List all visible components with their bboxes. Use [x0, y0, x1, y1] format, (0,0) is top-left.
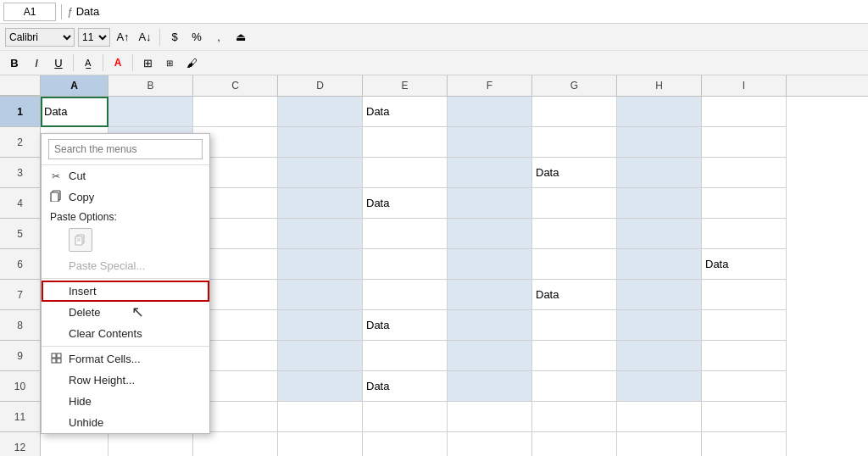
underline-btn[interactable]: U — [49, 53, 68, 72]
cell-h1[interactable] — [617, 97, 702, 127]
cell-d12[interactable] — [278, 432, 363, 456]
context-menu-search-input[interactable] — [48, 139, 203, 159]
col-header-e[interactable]: E — [363, 75, 448, 96]
cell-i11[interactable] — [702, 402, 787, 432]
bold-btn[interactable]: B — [5, 53, 24, 72]
row-header-11[interactable]: 11 — [0, 402, 41, 432]
cell-g5[interactable] — [532, 219, 617, 249]
cell-g4[interactable] — [532, 188, 617, 219]
cell-f3[interactable] — [448, 158, 532, 188]
context-menu-unhide[interactable]: Unhide — [42, 412, 209, 433]
col-header-g[interactable]: G — [532, 75, 617, 96]
cell-i2[interactable] — [702, 127, 787, 158]
cell-b12[interactable] — [108, 432, 193, 456]
comma-btn[interactable]: , — [209, 28, 228, 47]
context-menu-insert[interactable]: Insert — [42, 281, 209, 302]
cell-h10[interactable] — [617, 371, 702, 402]
percent-btn[interactable]: % — [187, 28, 206, 47]
paste-icon-btn-1[interactable] — [69, 228, 92, 252]
cell-g11[interactable] — [532, 402, 617, 432]
font-select[interactable]: Calibri — [5, 28, 75, 47]
context-menu-clear-contents[interactable]: Clear Contents — [42, 323, 209, 344]
cell-d4[interactable] — [278, 188, 363, 219]
context-menu-paste-special[interactable]: Paste Special... — [42, 255, 209, 276]
increase-font-btn[interactable]: A↑ — [114, 28, 132, 47]
cell-f9[interactable] — [448, 341, 532, 371]
cell-c1[interactable] — [193, 97, 278, 127]
row-header-6[interactable]: 6 — [0, 249, 41, 280]
cell-g10[interactable] — [532, 371, 617, 402]
cell-e1[interactable]: Data — [363, 97, 448, 127]
cell-e9[interactable] — [363, 341, 448, 371]
cell-g2[interactable] — [532, 127, 617, 158]
context-menu-delete[interactable]: Delete — [42, 302, 209, 323]
decrease-font-btn[interactable]: A↓ — [136, 28, 154, 47]
col-header-b[interactable]: B — [108, 75, 193, 96]
cell-e3[interactable] — [363, 158, 448, 188]
col-header-i[interactable]: I — [702, 75, 787, 96]
cell-b1[interactable] — [108, 97, 193, 127]
cell-e7[interactable] — [363, 280, 448, 310]
context-menu-copy[interactable]: Copy — [42, 186, 209, 208]
row-header-9[interactable]: 9 — [0, 341, 41, 371]
row-header-10[interactable]: 10 — [0, 371, 41, 402]
col-header-f[interactable]: F — [448, 75, 532, 96]
cell-i9[interactable] — [702, 341, 787, 371]
context-menu-row-height[interactable]: Row Height... — [42, 370, 209, 391]
cell-g1[interactable] — [532, 97, 617, 127]
cell-d2[interactable] — [278, 127, 363, 158]
cell-e10[interactable]: Data — [363, 371, 448, 402]
currency-btn[interactable]: $ — [165, 28, 184, 47]
cell-h4[interactable] — [617, 188, 702, 219]
cell-g9[interactable] — [532, 341, 617, 371]
cell-i3[interactable] — [702, 158, 787, 188]
cell-d1[interactable] — [278, 97, 363, 127]
wrap-btn[interactable]: ⏏ — [231, 28, 250, 47]
cell-a1[interactable]: Data — [41, 97, 108, 127]
cell-d5[interactable] — [278, 219, 363, 249]
cell-i6[interactable]: Data — [702, 249, 787, 280]
col-header-d[interactable]: D — [278, 75, 363, 96]
cell-f5[interactable] — [448, 219, 532, 249]
row-header-4[interactable]: 4 — [0, 188, 41, 219]
cell-i4[interactable] — [702, 188, 787, 219]
formula-input[interactable] — [76, 3, 865, 21]
cell-d10[interactable] — [278, 371, 363, 402]
row-header-3[interactable]: 3 — [0, 158, 41, 188]
cell-d3[interactable] — [278, 158, 363, 188]
cell-e12[interactable] — [363, 432, 448, 456]
cell-d6[interactable] — [278, 249, 363, 280]
cell-d11[interactable] — [278, 402, 363, 432]
context-menu-cut[interactable]: ✂ Cut — [42, 165, 209, 186]
cell-i10[interactable] — [702, 371, 787, 402]
cell-f12[interactable] — [448, 432, 532, 456]
cell-g3[interactable]: Data — [532, 158, 617, 188]
borders-btn[interactable]: ⊞ — [138, 53, 157, 72]
cell-i5[interactable] — [702, 219, 787, 249]
cell-d9[interactable] — [278, 341, 363, 371]
cell-h2[interactable] — [617, 127, 702, 158]
cell-h3[interactable] — [617, 158, 702, 188]
cell-h6[interactable] — [617, 249, 702, 280]
cell-g12[interactable] — [532, 432, 617, 456]
col-header-h[interactable]: H — [617, 75, 702, 96]
cell-e4[interactable]: Data — [363, 188, 448, 219]
col-header-a[interactable]: A — [41, 75, 108, 96]
cell-h9[interactable] — [617, 341, 702, 371]
cell-f2[interactable] — [448, 127, 532, 158]
context-menu-hide[interactable]: Hide — [42, 391, 209, 412]
cell-f7[interactable] — [448, 280, 532, 310]
cell-i7[interactable] — [702, 280, 787, 310]
context-menu-format-cells[interactable]: Format Cells... — [42, 348, 209, 370]
font-color-btn[interactable]: A — [108, 53, 127, 72]
cell-f6[interactable] — [448, 249, 532, 280]
cell-h8[interactable] — [617, 310, 702, 341]
cell-name-box[interactable] — [3, 3, 56, 21]
cell-h12[interactable] — [617, 432, 702, 456]
row-header-1[interactable]: 1 — [0, 97, 41, 127]
fill-color-btn[interactable]: A̲ — [79, 53, 97, 72]
cell-e5[interactable] — [363, 219, 448, 249]
cell-i1[interactable] — [702, 97, 787, 127]
cell-i8[interactable] — [702, 310, 787, 341]
cell-f1[interactable] — [448, 97, 532, 127]
